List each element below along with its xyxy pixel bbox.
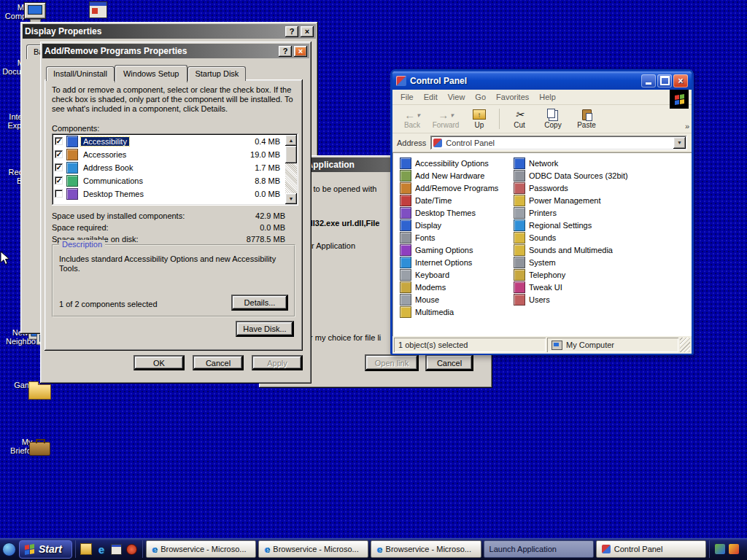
cp-item-system[interactable]: System — [512, 256, 686, 268]
cp-item-add-new-hardware[interactable]: Add New Hardware — [398, 169, 508, 182]
add-remove-programs-window: Add/Remove Programs Properties ? × Insta… — [40, 42, 311, 384]
windows-flag-throbber — [670, 90, 689, 109]
resize-grip[interactable] — [680, 338, 690, 352]
address-dropdown-button[interactable] — [673, 137, 686, 149]
cp-item-accessibility-options[interactable]: Accessibility Options — [398, 157, 508, 169]
checkbox-checked[interactable] — [55, 163, 63, 172]
menu-file[interactable]: File — [395, 91, 419, 103]
cancel-button[interactable]: Cancel — [193, 355, 244, 370]
menu-edit[interactable]: Edit — [419, 91, 443, 103]
status-zone: My Computer — [547, 338, 678, 352]
apply-button[interactable]: Apply — [252, 355, 303, 370]
control-panel-titlebar[interactable]: Control Panel — [392, 71, 692, 90]
have-disk-button[interactable]: Have Disk... — [236, 321, 294, 337]
cp-item-power-management[interactable]: Power Management — [512, 194, 686, 206]
window-title: Add/Remove Programs Properties — [44, 46, 276, 56]
desktop-icon-my-briefcase[interactable]: My Briefcase — [6, 436, 48, 455]
cp-item-date-time[interactable]: Date/Time — [398, 194, 508, 206]
toolbar: Back Forward Up Cut Copy Paste — [392, 105, 692, 133]
scrollbar-thumb[interactable] — [285, 146, 297, 163]
cp-item-desktop-themes[interactable]: Desktop Themes — [398, 206, 508, 219]
cp-item-sounds[interactable]: Sounds — [512, 231, 686, 244]
cp-item-add-remove-programs[interactable]: Add/Remove Programs — [398, 182, 508, 194]
back-button[interactable]: Back — [395, 106, 429, 131]
component-row-accessories[interactable]: Accessories 19.0 MB — [53, 148, 285, 161]
menu-view[interactable]: View — [443, 91, 471, 103]
checkbox-checked[interactable] — [55, 150, 63, 159]
checkbox-unchecked[interactable] — [55, 190, 63, 198]
quick-launch-documents-icon[interactable] — [80, 543, 92, 555]
close-button[interactable] — [673, 74, 688, 88]
scroll-down-icon[interactable] — [285, 193, 297, 204]
address-bar: Address Control Panel — [392, 133, 692, 152]
address-combo[interactable]: Control Panel — [430, 136, 687, 150]
help-button[interactable]: ? — [285, 26, 298, 37]
component-row-accessibility[interactable]: Accessibility 0.4 MB — [53, 135, 285, 148]
control-panel-window: Control Panel File Edit View Go Favorite… — [390, 69, 694, 355]
cp-item-mouse[interactable]: Mouse — [398, 293, 508, 306]
desktop-icon-my-computer[interactable]: My Computer — [1, 1, 44, 20]
desktop-icon-shortcut[interactable] — [64, 0, 107, 1]
cp-item-fonts[interactable]: Fonts — [398, 231, 508, 244]
cp-item-internet-options[interactable]: Internet Options — [398, 256, 508, 268]
cp-item-multimedia[interactable]: Multimedia — [398, 306, 508, 318]
component-row-communications[interactable]: Communications 8.8 MB — [53, 174, 285, 187]
taskbar-corner-icon[interactable] — [2, 542, 16, 556]
quick-launch-media-icon[interactable] — [126, 543, 138, 555]
tray-icon-2[interactable] — [729, 544, 739, 554]
start-button[interactable]: Start — [19, 540, 72, 559]
tray-icon-1[interactable] — [715, 544, 725, 554]
menu-go[interactable]: Go — [470, 91, 491, 103]
tab-startup-disk[interactable]: Startup Disk — [187, 66, 246, 81]
open-link-button[interactable]: Open link — [365, 354, 419, 371]
help-button[interactable]: ? — [279, 46, 292, 57]
minimize-button[interactable] — [641, 74, 656, 88]
quick-launch-show-desktop-icon[interactable] — [111, 543, 123, 555]
cp-item-users[interactable]: Users — [512, 293, 686, 306]
task-control-panel[interactable]: Control Panel — [596, 540, 706, 558]
tab-windows-setup[interactable]: Windows Setup — [115, 65, 187, 82]
cp-item-gaming-options[interactable]: Gaming Options — [398, 244, 508, 256]
details-button[interactable]: Details... — [231, 295, 288, 311]
copy-button[interactable]: Copy — [536, 106, 570, 131]
components-scrollbar[interactable] — [285, 135, 297, 204]
cp-item-keyboard[interactable]: Keyboard — [398, 268, 508, 281]
cp-item-telephony[interactable]: Telephony — [512, 268, 686, 281]
cp-item-network[interactable]: Network — [512, 157, 686, 169]
maximize-button[interactable] — [657, 74, 672, 88]
menu-help[interactable]: Help — [534, 91, 561, 103]
cp-item-sounds-and-multimedia[interactable]: Sounds and Multimedia — [512, 244, 686, 256]
component-row-address-book[interactable]: Address Book 1.7 MB — [53, 161, 285, 174]
task-launch-application[interactable]: Launch Application — [484, 540, 594, 558]
add-remove-titlebar[interactable]: Add/Remove Programs Properties ? × — [42, 44, 309, 58]
add-remove-programs-icon — [400, 182, 411, 194]
cp-item-modems[interactable]: Modems — [398, 281, 508, 293]
cp-item-passwords[interactable]: Passwords — [512, 182, 686, 194]
task-browservice-3[interactable]: e Browservice - Microso... — [371, 540, 481, 558]
tab-install-uninstall[interactable]: Install/Uninstall — [46, 66, 115, 81]
toolbar-overflow-icon[interactable] — [685, 122, 689, 131]
scroll-up-icon[interactable] — [285, 135, 297, 146]
component-row-desktop-themes[interactable]: Desktop Themes 0.0 MB — [53, 187, 285, 201]
quick-launch-internet-explorer-icon[interactable]: e — [96, 543, 107, 555]
cp-item-printers[interactable]: Printers — [512, 206, 686, 219]
checkbox-checked[interactable] — [55, 137, 63, 146]
cp-item-regional-settings[interactable]: Regional Settings — [512, 219, 686, 231]
close-button[interactable]: × — [294, 46, 307, 57]
task-browservice-1[interactable]: e Browservice - Microso... — [146, 540, 256, 558]
launch-remember-fragment: er my choice for file li — [306, 333, 381, 342]
cp-item-display[interactable]: Display — [398, 219, 508, 231]
ok-button[interactable]: OK — [133, 355, 185, 370]
cp-item-odbc-data-sources[interactable]: ODBC Data Sources (32bit) — [512, 169, 686, 182]
cancel-button[interactable]: Cancel — [425, 354, 473, 371]
paste-button[interactable]: Paste — [570, 106, 603, 131]
task-browservice-2[interactable]: e Browservice - Microso... — [258, 540, 368, 558]
display-properties-titlebar[interactable]: Display Properties ? × — [23, 24, 316, 39]
menu-favorites[interactable]: Favorites — [491, 91, 534, 103]
cut-button[interactable]: Cut — [503, 106, 536, 131]
close-button[interactable]: × — [301, 26, 314, 37]
up-button[interactable]: Up — [462, 106, 496, 131]
forward-button[interactable]: Forward — [429, 106, 462, 131]
checkbox-checked[interactable] — [55, 176, 63, 185]
cp-item-tweak-ui[interactable]: Tweak UI — [512, 281, 686, 293]
